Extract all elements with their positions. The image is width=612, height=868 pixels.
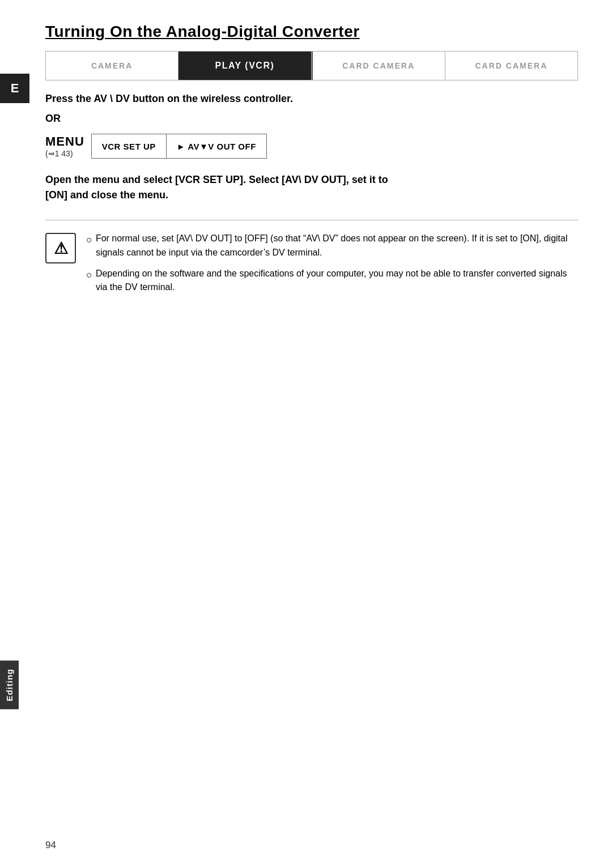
note-item-1: ○ For normal use, set [AV\ DV OUT] to [O…	[86, 232, 578, 260]
open-menu-instruction: Open the menu and select [VCR SET UP]. S…	[45, 172, 578, 203]
menu-box-av-dv-out: ► AV▼V OUT OFF	[167, 134, 266, 158]
or-text: OR	[45, 113, 578, 125]
note-content: ○ For normal use, set [AV\ DV OUT] to [O…	[86, 232, 578, 301]
warning-icon: ⚠	[45, 233, 76, 263]
note-section: ⚠ ○ For normal use, set [AV\ DV OUT] to …	[45, 232, 578, 301]
section-divider	[45, 220, 578, 220]
menu-ref: (⥤1 43)	[45, 149, 84, 158]
page-title: Turning On the Analog-Digital Converter	[45, 23, 578, 41]
note-item-2: ○ Depending on the software and the spec…	[86, 267, 578, 295]
menu-word: MENU	[45, 134, 84, 149]
mode-tabs: CAMERA PLAY (VCR) CARD CAMERA CARD CAMER…	[45, 51, 578, 80]
tab-card-camera-1[interactable]: CARD CAMERA	[313, 52, 445, 80]
press-instruction: Press the AV \ DV button on the wireless…	[45, 93, 578, 105]
tab-camera[interactable]: CAMERA	[46, 52, 178, 80]
tab-card-camera-2[interactable]: CARD CAMERA	[445, 52, 577, 80]
page-number: 94	[45, 840, 56, 851]
side-label: E	[0, 74, 29, 103]
editing-sidebar: Editing	[0, 661, 19, 709]
menu-box: VCR SET UP ► AV▼V OUT OFF	[91, 134, 267, 159]
menu-box-vcr-setup: VCR SET UP	[92, 134, 167, 158]
tab-play-vcr[interactable]: PLAY (VCR)	[178, 52, 311, 80]
menu-row: MENU (⥤1 43) VCR SET UP ► AV▼V OUT OFF	[45, 134, 578, 159]
menu-label-block: MENU (⥤1 43)	[45, 134, 84, 158]
